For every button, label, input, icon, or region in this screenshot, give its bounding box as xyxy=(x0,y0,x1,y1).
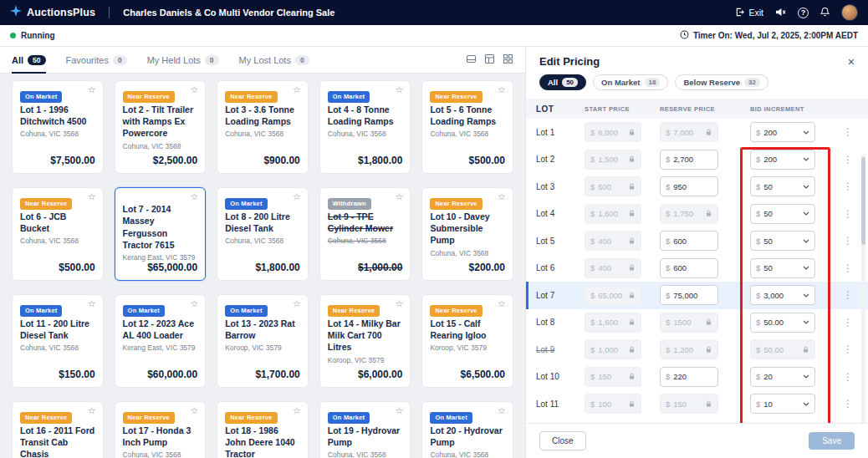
lot-badge-row: Near Reserve xyxy=(123,408,198,420)
reserve-price-input[interactable]: $ 600 xyxy=(660,258,718,278)
row-menu-button[interactable]: ⋮ xyxy=(843,263,853,273)
lot-card[interactable]: On Market ☆ Lot 13 - 2023 Rat Barrow Kor… xyxy=(217,294,309,388)
lot-card[interactable]: Near Reserve ☆ Lot 15 - Calf Rearing Igl… xyxy=(421,294,513,388)
favourite-star-icon[interactable]: ☆ xyxy=(88,406,96,415)
lot-card[interactable]: Near Reserve ☆ Lot 18 - 1986 John Deere … xyxy=(217,401,309,458)
lot-title: Lot 6 - JCB Bucket xyxy=(20,211,95,234)
save-button[interactable]: Save xyxy=(809,432,855,450)
favourite-star-icon[interactable]: ☆ xyxy=(498,85,506,94)
reserve-price-input[interactable]: $ 600 xyxy=(660,231,718,251)
dollar-prefix: $ xyxy=(666,155,670,164)
lot-card[interactable]: Near Reserve ☆ Lot 3 - 3.6 Tonne Loading… xyxy=(217,80,309,174)
row-menu-button[interactable]: ⋮ xyxy=(843,209,853,219)
tab[interactable]: All 50 xyxy=(12,47,46,73)
bid-increment-select[interactable]: $ 50 xyxy=(750,258,815,278)
row-menu-button[interactable]: ⋮ xyxy=(843,344,853,354)
row-menu-button[interactable]: ⋮ xyxy=(843,372,853,382)
favourite-star-icon[interactable]: ☆ xyxy=(396,406,404,415)
panel-header: Edit Pricing × xyxy=(526,47,868,73)
help-button[interactable]: ? xyxy=(798,8,809,18)
row-menu-button[interactable]: ⋮ xyxy=(843,127,853,137)
filter-pill[interactable]: On Market 18 xyxy=(593,74,668,90)
reserve-price-input[interactable]: $ 220 xyxy=(660,367,718,387)
filter-pill[interactable]: Below Reserve 32 xyxy=(675,74,768,90)
table-view-button[interactable] xyxy=(484,53,495,67)
favourite-star-icon[interactable]: ☆ xyxy=(190,85,198,94)
lot-card[interactable]: ☆ Lot 7 - 2014 Massey Fergusson Tractor … xyxy=(115,187,207,281)
bid-increment-select[interactable]: $ 10 xyxy=(750,394,815,414)
lot-card[interactable]: On Market ☆ Lot 8 - 200 Litre Diesel Tan… xyxy=(217,187,309,281)
close-panel-icon[interactable]: × xyxy=(848,56,855,68)
panel-scrollbar[interactable] xyxy=(861,154,865,423)
reserve-price-input[interactable]: $ 950 xyxy=(660,176,718,196)
favourite-star-icon[interactable]: ☆ xyxy=(88,85,96,94)
tab[interactable]: My Held Lots 0 xyxy=(147,47,219,73)
lot-price: $1,800.00 xyxy=(225,262,300,273)
start-price-input: $ 150 xyxy=(585,367,641,387)
filter-pill[interactable]: All 50 xyxy=(539,74,586,90)
bid-increment-select[interactable]: $ 50 xyxy=(750,204,815,224)
favourite-star-icon[interactable]: ☆ xyxy=(396,85,404,94)
favourite-star-icon[interactable]: ☆ xyxy=(88,299,96,308)
user-avatar[interactable] xyxy=(841,4,858,21)
bid-increment-select[interactable]: $ 3,000 xyxy=(750,285,815,305)
lot-card[interactable]: Withdrawn ☆ Lot 9 - TPE Cylinder Mower C… xyxy=(319,187,411,281)
row-menu-button[interactable]: ⋮ xyxy=(843,155,853,165)
bid-increment-select[interactable]: $ 20 xyxy=(750,367,815,387)
grid-view-button[interactable] xyxy=(503,53,513,67)
lot-price: $1,000.00 xyxy=(328,262,403,273)
favourite-star-icon[interactable]: ☆ xyxy=(293,406,301,415)
lot-card[interactable]: On Market ☆ Lot 1 - 1996 Ditchwitch 4500… xyxy=(12,80,104,174)
favourite-star-icon[interactable]: ☆ xyxy=(396,299,404,308)
lot-card[interactable]: On Market ☆ Lot 11 - 200 Litre Diesel Ta… xyxy=(12,294,104,388)
bid-increment-select[interactable]: $ 200 xyxy=(750,122,815,142)
lot-card[interactable]: Near Reserve ☆ Lot 14 - Milky Bar Milk C… xyxy=(319,294,411,388)
favourite-star-icon[interactable]: ☆ xyxy=(293,299,301,308)
exit-button[interactable]: Exit xyxy=(735,8,763,18)
lot-card[interactable]: On Market ☆ Lot 12 - 2023 Ace AL 400 Loa… xyxy=(115,294,207,388)
favourite-star-icon[interactable]: ☆ xyxy=(190,406,198,415)
notifications-button[interactable] xyxy=(820,7,830,19)
favourite-star-icon[interactable]: ☆ xyxy=(190,192,198,201)
lot-title: Lot 20 - Hydrovar Pump xyxy=(430,425,505,448)
reserve-price-input[interactable]: $ 75,000 xyxy=(660,285,718,305)
favourite-star-icon[interactable]: ☆ xyxy=(498,299,506,308)
tab[interactable]: My Lost Lots 0 xyxy=(239,47,309,73)
row-menu-button[interactable]: ⋮ xyxy=(843,181,853,191)
lot-card[interactable]: Near Reserve ☆ Lot 6 - JCB Bucket Cohuna… xyxy=(12,187,104,281)
card-view-button[interactable] xyxy=(466,53,477,67)
favourite-star-icon[interactable]: ☆ xyxy=(88,192,96,201)
favourite-star-icon[interactable]: ☆ xyxy=(396,192,404,201)
dollar-prefix: $ xyxy=(590,291,595,300)
scrollbar-thumb[interactable] xyxy=(861,157,865,245)
close-button[interactable]: Close xyxy=(539,431,586,450)
row-menu-button[interactable]: ⋮ xyxy=(843,318,853,328)
row-menu-button[interactable]: ⋮ xyxy=(843,399,853,409)
lot-card[interactable]: Near Reserve ☆ Lot 2 - Tilt Trailer with… xyxy=(115,80,207,174)
favourite-star-icon[interactable]: ☆ xyxy=(190,299,198,308)
favourite-star-icon[interactable]: ☆ xyxy=(293,85,301,94)
favourite-star-icon[interactable]: ☆ xyxy=(498,192,506,201)
lot-card[interactable]: Near Reserve ☆ Lot 17 - Honda 3 Inch Pum… xyxy=(115,401,207,458)
lot-card[interactable]: On Market ☆ Lot 19 - Hydrovar Pump Cohun… xyxy=(319,401,411,458)
row-menu-button[interactable]: ⋮ xyxy=(843,236,853,246)
favourite-star-icon[interactable]: ☆ xyxy=(293,192,301,201)
mute-audio-button[interactable] xyxy=(775,7,786,19)
bid-increment-select[interactable]: $ 50 xyxy=(750,231,815,251)
lot-card[interactable]: Near Reserve ☆ Lot 16 - 2011 Ford Transi… xyxy=(12,401,104,458)
tab-bar: All 50 Favourites 0 My Held Lots 0 My Lo… xyxy=(0,47,525,74)
lot-card[interactable]: Near Reserve ☆ Lot 10 - Davey Submersibl… xyxy=(421,187,513,281)
lot-badge-row: On Market xyxy=(20,87,95,99)
lot-card[interactable]: On Market ☆ Lot 20 - Hydrovar Pump Cohun… xyxy=(421,401,513,458)
tab[interactable]: Favourites 0 xyxy=(66,47,127,73)
lot-card[interactable]: Near Reserve ☆ Lot 5 - 6 Tonne Loading R… xyxy=(421,80,513,174)
reserve-price-input[interactable]: $ 2,700 xyxy=(660,150,718,170)
bid-increment-select[interactable]: $ 50 xyxy=(750,176,815,196)
status-bar: Running Timer On: Wed, Jul 2, 2025, 2:00… xyxy=(0,25,868,47)
table-view-icon xyxy=(484,53,495,67)
row-menu-button[interactable]: ⋮ xyxy=(843,290,853,300)
bid-increment-select[interactable]: $ 200 xyxy=(750,150,815,170)
favourite-star-icon[interactable]: ☆ xyxy=(498,406,506,415)
lot-card[interactable]: On Market ☆ Lot 4 - 8 Tonne Loading Ramp… xyxy=(319,80,411,174)
bid-increment-select[interactable]: $ 50.00 xyxy=(750,313,815,333)
